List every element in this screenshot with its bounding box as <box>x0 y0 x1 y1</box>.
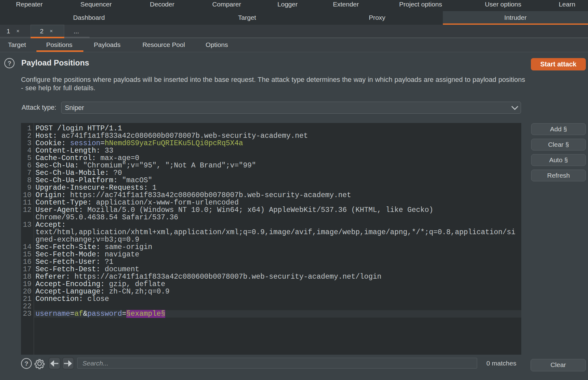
svg-text:?: ? <box>24 360 28 367</box>
svg-text:?: ? <box>7 60 11 67</box>
